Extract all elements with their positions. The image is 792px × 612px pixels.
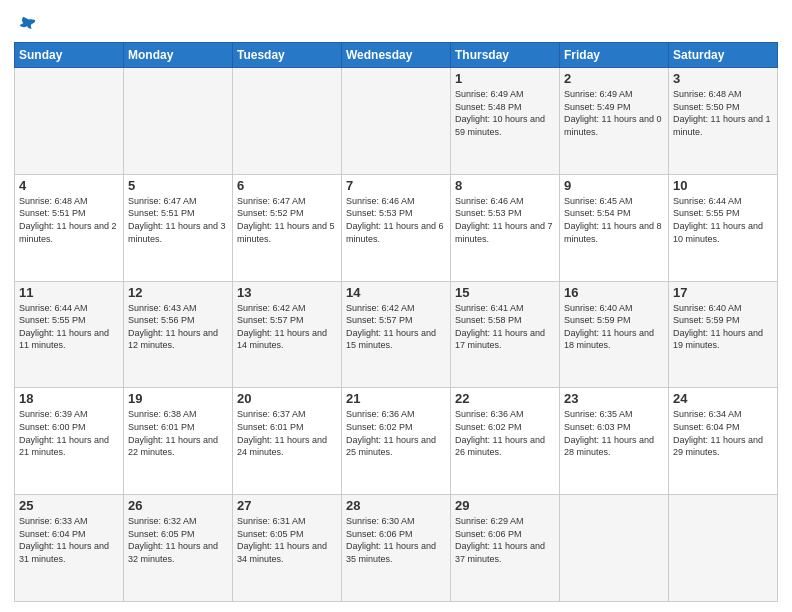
day-of-week-header: Sunday [15, 43, 124, 68]
day-number: 22 [455, 391, 555, 406]
day-number: 10 [673, 178, 773, 193]
calendar-cell: 21Sunrise: 6:36 AM Sunset: 6:02 PM Dayli… [342, 388, 451, 495]
calendar-cell: 8Sunrise: 6:46 AM Sunset: 5:53 PM Daylig… [451, 174, 560, 281]
page: SundayMondayTuesdayWednesdayThursdayFrid… [0, 0, 792, 612]
day-of-week-header: Monday [124, 43, 233, 68]
calendar-cell [124, 68, 233, 175]
header [14, 10, 778, 36]
calendar-cell: 28Sunrise: 6:30 AM Sunset: 6:06 PM Dayli… [342, 495, 451, 602]
day-number: 9 [564, 178, 664, 193]
cell-sun-info: Sunrise: 6:37 AM Sunset: 6:01 PM Dayligh… [237, 408, 337, 458]
calendar-cell: 9Sunrise: 6:45 AM Sunset: 5:54 PM Daylig… [560, 174, 669, 281]
day-number: 14 [346, 285, 446, 300]
day-number: 24 [673, 391, 773, 406]
day-number: 5 [128, 178, 228, 193]
day-number: 13 [237, 285, 337, 300]
logo-bird-icon [16, 14, 38, 36]
cell-sun-info: Sunrise: 6:49 AM Sunset: 5:49 PM Dayligh… [564, 88, 664, 138]
day-number: 19 [128, 391, 228, 406]
calendar-header-row: SundayMondayTuesdayWednesdayThursdayFrid… [15, 43, 778, 68]
cell-sun-info: Sunrise: 6:40 AM Sunset: 5:59 PM Dayligh… [564, 302, 664, 352]
calendar-cell: 20Sunrise: 6:37 AM Sunset: 6:01 PM Dayli… [233, 388, 342, 495]
calendar-cell [233, 68, 342, 175]
cell-sun-info: Sunrise: 6:38 AM Sunset: 6:01 PM Dayligh… [128, 408, 228, 458]
cell-sun-info: Sunrise: 6:45 AM Sunset: 5:54 PM Dayligh… [564, 195, 664, 245]
cell-sun-info: Sunrise: 6:36 AM Sunset: 6:02 PM Dayligh… [346, 408, 446, 458]
day-number: 18 [19, 391, 119, 406]
day-number: 8 [455, 178, 555, 193]
calendar-week-row: 25Sunrise: 6:33 AM Sunset: 6:04 PM Dayli… [15, 495, 778, 602]
cell-sun-info: Sunrise: 6:44 AM Sunset: 5:55 PM Dayligh… [673, 195, 773, 245]
cell-sun-info: Sunrise: 6:33 AM Sunset: 6:04 PM Dayligh… [19, 515, 119, 565]
cell-sun-info: Sunrise: 6:48 AM Sunset: 5:51 PM Dayligh… [19, 195, 119, 245]
cell-sun-info: Sunrise: 6:42 AM Sunset: 5:57 PM Dayligh… [237, 302, 337, 352]
day-number: 25 [19, 498, 119, 513]
day-number: 6 [237, 178, 337, 193]
calendar-cell: 24Sunrise: 6:34 AM Sunset: 6:04 PM Dayli… [669, 388, 778, 495]
cell-sun-info: Sunrise: 6:34 AM Sunset: 6:04 PM Dayligh… [673, 408, 773, 458]
calendar-cell: 25Sunrise: 6:33 AM Sunset: 6:04 PM Dayli… [15, 495, 124, 602]
day-number: 12 [128, 285, 228, 300]
cell-sun-info: Sunrise: 6:49 AM Sunset: 5:48 PM Dayligh… [455, 88, 555, 138]
calendar-cell [342, 68, 451, 175]
calendar-cell: 16Sunrise: 6:40 AM Sunset: 5:59 PM Dayli… [560, 281, 669, 388]
day-number: 3 [673, 71, 773, 86]
day-number: 15 [455, 285, 555, 300]
calendar-cell: 1Sunrise: 6:49 AM Sunset: 5:48 PM Daylig… [451, 68, 560, 175]
calendar-cell [15, 68, 124, 175]
day-of-week-header: Saturday [669, 43, 778, 68]
calendar-cell: 6Sunrise: 6:47 AM Sunset: 5:52 PM Daylig… [233, 174, 342, 281]
calendar-cell: 12Sunrise: 6:43 AM Sunset: 5:56 PM Dayli… [124, 281, 233, 388]
calendar-cell: 10Sunrise: 6:44 AM Sunset: 5:55 PM Dayli… [669, 174, 778, 281]
cell-sun-info: Sunrise: 6:30 AM Sunset: 6:06 PM Dayligh… [346, 515, 446, 565]
calendar-cell: 17Sunrise: 6:40 AM Sunset: 5:59 PM Dayli… [669, 281, 778, 388]
calendar-cell: 26Sunrise: 6:32 AM Sunset: 6:05 PM Dayli… [124, 495, 233, 602]
cell-sun-info: Sunrise: 6:41 AM Sunset: 5:58 PM Dayligh… [455, 302, 555, 352]
calendar-cell: 23Sunrise: 6:35 AM Sunset: 6:03 PM Dayli… [560, 388, 669, 495]
day-number: 20 [237, 391, 337, 406]
cell-sun-info: Sunrise: 6:35 AM Sunset: 6:03 PM Dayligh… [564, 408, 664, 458]
day-number: 21 [346, 391, 446, 406]
calendar-cell: 5Sunrise: 6:47 AM Sunset: 5:51 PM Daylig… [124, 174, 233, 281]
calendar-cell: 13Sunrise: 6:42 AM Sunset: 5:57 PM Dayli… [233, 281, 342, 388]
calendar-cell: 19Sunrise: 6:38 AM Sunset: 6:01 PM Dayli… [124, 388, 233, 495]
day-number: 1 [455, 71, 555, 86]
day-of-week-header: Friday [560, 43, 669, 68]
cell-sun-info: Sunrise: 6:31 AM Sunset: 6:05 PM Dayligh… [237, 515, 337, 565]
cell-sun-info: Sunrise: 6:48 AM Sunset: 5:50 PM Dayligh… [673, 88, 773, 138]
day-of-week-header: Tuesday [233, 43, 342, 68]
day-number: 2 [564, 71, 664, 86]
calendar-cell: 7Sunrise: 6:46 AM Sunset: 5:53 PM Daylig… [342, 174, 451, 281]
day-number: 29 [455, 498, 555, 513]
calendar-cell: 27Sunrise: 6:31 AM Sunset: 6:05 PM Dayli… [233, 495, 342, 602]
day-number: 17 [673, 285, 773, 300]
calendar-cell [669, 495, 778, 602]
calendar-week-row: 1Sunrise: 6:49 AM Sunset: 5:48 PM Daylig… [15, 68, 778, 175]
logo [14, 14, 38, 36]
cell-sun-info: Sunrise: 6:29 AM Sunset: 6:06 PM Dayligh… [455, 515, 555, 565]
day-number: 16 [564, 285, 664, 300]
calendar-week-row: 18Sunrise: 6:39 AM Sunset: 6:00 PM Dayli… [15, 388, 778, 495]
calendar-cell [560, 495, 669, 602]
cell-sun-info: Sunrise: 6:39 AM Sunset: 6:00 PM Dayligh… [19, 408, 119, 458]
cell-sun-info: Sunrise: 6:43 AM Sunset: 5:56 PM Dayligh… [128, 302, 228, 352]
day-of-week-header: Wednesday [342, 43, 451, 68]
calendar-cell: 3Sunrise: 6:48 AM Sunset: 5:50 PM Daylig… [669, 68, 778, 175]
calendar-cell: 15Sunrise: 6:41 AM Sunset: 5:58 PM Dayli… [451, 281, 560, 388]
cell-sun-info: Sunrise: 6:40 AM Sunset: 5:59 PM Dayligh… [673, 302, 773, 352]
cell-sun-info: Sunrise: 6:46 AM Sunset: 5:53 PM Dayligh… [346, 195, 446, 245]
cell-sun-info: Sunrise: 6:47 AM Sunset: 5:52 PM Dayligh… [237, 195, 337, 245]
day-number: 7 [346, 178, 446, 193]
cell-sun-info: Sunrise: 6:36 AM Sunset: 6:02 PM Dayligh… [455, 408, 555, 458]
calendar-cell: 2Sunrise: 6:49 AM Sunset: 5:49 PM Daylig… [560, 68, 669, 175]
calendar-cell: 22Sunrise: 6:36 AM Sunset: 6:02 PM Dayli… [451, 388, 560, 495]
calendar-cell: 18Sunrise: 6:39 AM Sunset: 6:00 PM Dayli… [15, 388, 124, 495]
calendar-cell: 14Sunrise: 6:42 AM Sunset: 5:57 PM Dayli… [342, 281, 451, 388]
day-number: 11 [19, 285, 119, 300]
calendar: SundayMondayTuesdayWednesdayThursdayFrid… [14, 42, 778, 602]
day-number: 26 [128, 498, 228, 513]
calendar-week-row: 4Sunrise: 6:48 AM Sunset: 5:51 PM Daylig… [15, 174, 778, 281]
calendar-week-row: 11Sunrise: 6:44 AM Sunset: 5:55 PM Dayli… [15, 281, 778, 388]
day-number: 4 [19, 178, 119, 193]
cell-sun-info: Sunrise: 6:32 AM Sunset: 6:05 PM Dayligh… [128, 515, 228, 565]
